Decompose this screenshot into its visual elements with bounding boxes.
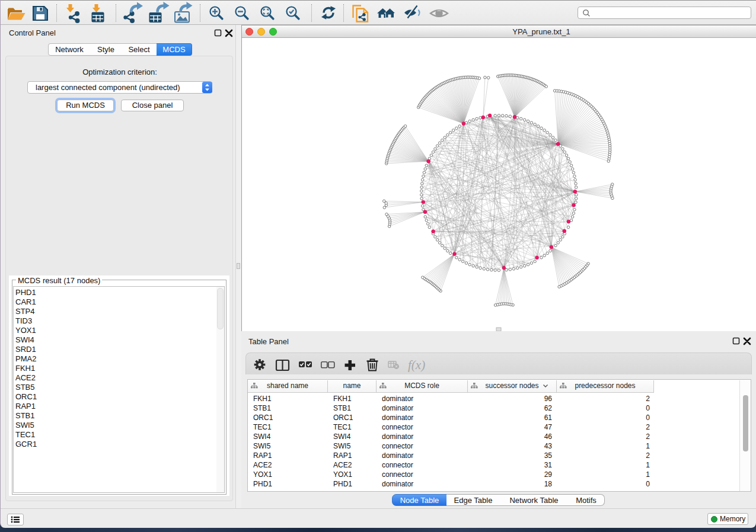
- svg-text:f(x): f(x): [408, 358, 425, 372]
